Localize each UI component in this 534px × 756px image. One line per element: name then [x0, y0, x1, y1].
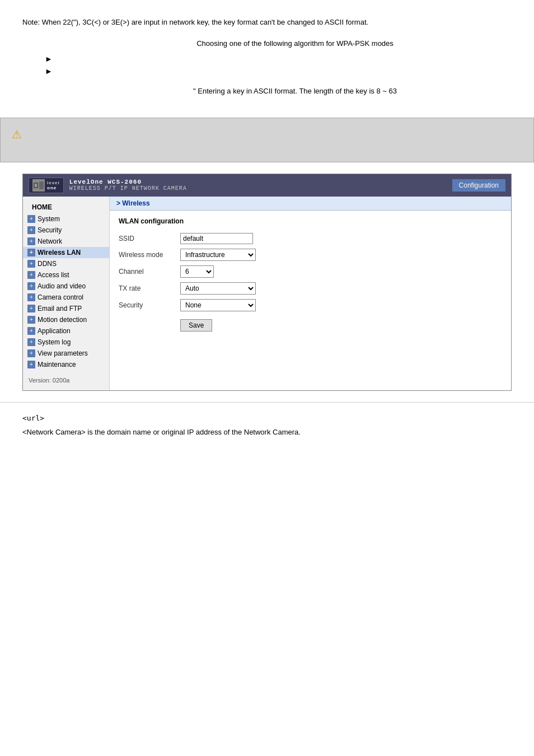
config-button[interactable]: Configuration [452, 179, 505, 192]
expand-icon-security: + [27, 226, 35, 234]
expand-icon-syslog: + [27, 338, 35, 346]
sidebar-item-network[interactable]: + Network [23, 236, 109, 247]
note-text: Note: When 22("), 3C(<) or 3E(>) are inp… [22, 17, 512, 28]
sidebar-item-camera-control[interactable]: + Camera control [23, 292, 109, 303]
sidebar-item-maintenance[interactable]: + Maintenance [23, 359, 109, 370]
expand-icon-network: + [27, 237, 35, 245]
sidebar-label-email: Email and FTP [38, 305, 82, 312]
field-security: Security None WEP WPA-PSK WPA2-PSK [119, 297, 260, 314]
sidebar-item-ddns[interactable]: + DDNS [23, 258, 109, 269]
select-wireless-mode[interactable]: Infrastructure Ad-hoc [180, 249, 256, 261]
expand-icon-viewparams: + [27, 349, 35, 357]
logo-text-top: level [47, 180, 60, 185]
field-channel: Channel 12345 67891011 [119, 263, 260, 280]
sidebar-label-audio: Audio and video [38, 282, 86, 290]
save-button[interactable]: Save [180, 319, 212, 332]
label-txrate: TX rate [119, 280, 180, 297]
sidebar-item-access-list[interactable]: + Access list [23, 269, 109, 281]
content-body: WLAN configuration SSID Wireless mode In… [110, 211, 511, 340]
wlan-form: SSID Wireless mode Infrastructure Ad-hoc [119, 231, 260, 334]
expand-icon-wireless: + [27, 249, 35, 256]
expand-icon-motion: + [27, 316, 35, 324]
panel-title-area: LevelOne WCS-2060 Wireless P/T IP Networ… [69, 179, 447, 192]
sidebar-item-audio-video[interactable]: + Audio and video [23, 281, 109, 292]
expand-icon-access: + [27, 271, 35, 279]
panel-body: HOME + System + Security + Network + Wir… [23, 197, 511, 390]
select-txrate[interactable]: Auto 1Mbps 2Mbps 5.5Mbps 11Mbps [180, 282, 256, 295]
logo-text-bottom: one [47, 185, 60, 190]
label-ssid: SSID [119, 231, 180, 246]
sidebar-label-ddns: DDNS [38, 260, 57, 268]
sidebar-item-application[interactable]: + Application [23, 325, 109, 337]
sidebar-label-access: Access list [38, 271, 69, 279]
expand-icon-maintenance: + [27, 361, 35, 368]
panel-logo: level one [29, 178, 64, 193]
field-txrate: TX rate Auto 1Mbps 2Mbps 5.5Mbps 11Mbps [119, 280, 260, 297]
entering-text: " Entering a key in ASCII format. The le… [22, 87, 512, 95]
sidebar-home[interactable]: HOME [23, 201, 109, 213]
bullet-arrow-2: ► [45, 67, 512, 76]
bottom-section: <url> <Network Camera> is the domain nam… [0, 402, 534, 449]
content-header: > Wireless [110, 197, 511, 211]
label-channel: Channel [119, 263, 180, 280]
expand-icon-email: + [27, 305, 35, 312]
select-channel[interactable]: 12345 67891011 [180, 265, 214, 278]
choosing-text: Choosing one of the following algorithm … [22, 39, 512, 48]
svg-rect-2 [39, 181, 44, 189]
field-ssid: SSID [119, 231, 260, 246]
label-wireless-mode: Wireless mode [119, 246, 180, 263]
sidebar-label-system: System [38, 215, 60, 223]
sidebar-label-wireless: Wireless LAN [38, 249, 81, 256]
expand-icon-ddns: + [27, 260, 35, 268]
warning-icon: ⚠ [12, 128, 22, 141]
expand-icon-camera: + [27, 293, 35, 301]
ui-panel: level one LevelOne WCS-2060 Wireless P/T… [22, 174, 512, 391]
sidebar-item-wireless-lan[interactable]: + Wireless LAN [23, 247, 109, 258]
bullet-arrow-1: ► [45, 54, 512, 63]
expand-icon-app: + [27, 327, 35, 335]
input-ssid[interactable] [180, 233, 253, 244]
sidebar-label-network: Network [38, 237, 62, 245]
warning-box: ⚠ [0, 118, 534, 162]
top-section: Note: When 22("), 3C(<) or 3E(>) are inp… [0, 0, 534, 118]
bottom-description: <Network Camera> is the domain name or o… [22, 427, 512, 438]
sidebar-version: Version: 0200a [23, 370, 109, 386]
main-content: > Wireless WLAN configuration SSID Wirel… [110, 197, 511, 390]
sidebar-label-viewparams: View parameters [38, 349, 88, 357]
expand-icon-audio: + [27, 282, 35, 290]
sidebar: HOME + System + Security + Network + Wir… [23, 197, 110, 390]
sidebar-label-maintenance: Maintenance [38, 361, 76, 368]
section-title: WLAN configuration [119, 217, 502, 225]
sidebar-label-motion: Motion detection [38, 316, 87, 324]
expand-icon-system: + [27, 215, 35, 223]
sidebar-item-security[interactable]: + Security [23, 225, 109, 236]
sidebar-item-system[interactable]: + System [23, 213, 109, 225]
sidebar-item-motion[interactable]: + Motion detection [23, 314, 109, 325]
sidebar-label-camera: Camera control [38, 293, 83, 301]
panel-title-main: LevelOne WCS-2060 [69, 179, 447, 185]
save-row: Save [119, 314, 260, 334]
sidebar-item-email-ftp[interactable]: + Email and FTP [23, 303, 109, 314]
sidebar-item-system-log[interactable]: + System log [23, 337, 109, 348]
label-security: Security [119, 297, 180, 314]
sidebar-label-security: Security [38, 226, 62, 234]
panel-header: level one LevelOne WCS-2060 Wireless P/T… [23, 174, 511, 197]
sidebar-item-view-params[interactable]: + View parameters [23, 348, 109, 359]
sidebar-label-app: Application [38, 327, 71, 335]
bullet-list: ► ► [22, 54, 512, 76]
url-label: <url> [22, 414, 512, 422]
logo-icon [32, 179, 45, 192]
svg-rect-3 [35, 184, 37, 187]
sidebar-label-syslog: System log [38, 338, 71, 346]
panel-title-sub: Wireless P/T IP Network Camera [69, 185, 447, 192]
field-wireless-mode: Wireless mode Infrastructure Ad-hoc [119, 246, 260, 263]
select-security[interactable]: None WEP WPA-PSK WPA2-PSK [180, 299, 256, 311]
